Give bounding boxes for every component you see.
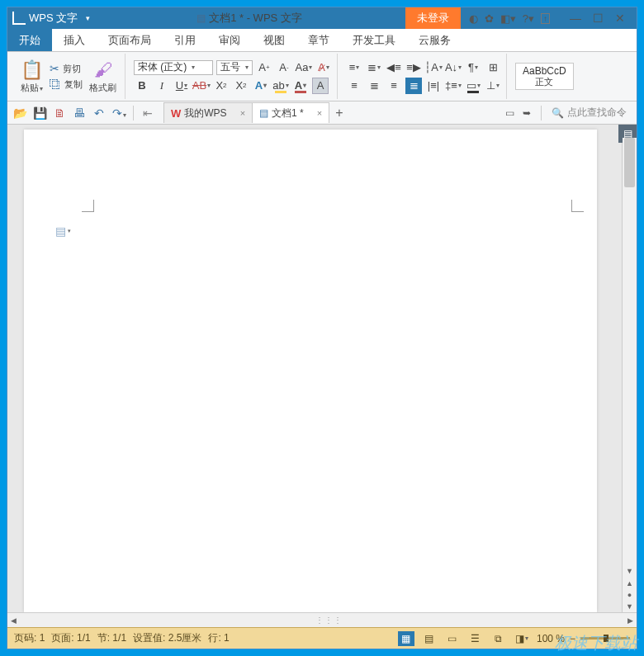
subscript-button[interactable]: X2 [233, 78, 249, 94]
borders-button[interactable]: ⊞ [485, 59, 501, 76]
document-page[interactable]: ▤▾ [24, 130, 597, 612]
sync-icon[interactable]: ◐ [469, 12, 478, 25]
change-case-button[interactable]: Aa▾ [296, 59, 312, 76]
tab-chapter[interactable]: 章节 [296, 29, 341, 51]
scroll-right-icon[interactable]: ▶ [624, 616, 637, 625]
ribbon: 📋 粘贴▾ ✂ 剪切 ⿻ 复制 🖌 格式刷 [7, 52, 637, 101]
tab-page-layout[interactable]: 页面布局 [97, 29, 163, 51]
status-position[interactable]: 设置值: 2.5厘米 [133, 631, 201, 645]
view-print-layout-icon[interactable]: ▦ [398, 631, 414, 646]
horizontal-scrollbar[interactable]: ◀ ⋮⋮⋮ ▶ [7, 612, 637, 627]
tab-dev-tools[interactable]: 开发工具 [341, 29, 407, 51]
close-tab-icon[interactable]: × [240, 108, 245, 118]
font-color-button[interactable]: A▾ [292, 78, 309, 94]
bold-button[interactable]: B [134, 78, 150, 94]
view-reading-icon[interactable]: ☰ [467, 631, 484, 646]
scroll-down-icon[interactable]: ▼ [626, 564, 633, 578]
tab-references[interactable]: 引用 [163, 29, 207, 51]
maximize-button[interactable]: ☐ [593, 12, 604, 25]
print-icon[interactable]: 🖶 [72, 106, 87, 120]
close-tab-icon[interactable]: × [317, 108, 322, 118]
status-page-number[interactable]: 页码: 1 [14, 631, 45, 645]
next-page-icon[interactable]: ▼ [626, 601, 633, 612]
tab-stops-button[interactable]: ⊥▾ [485, 78, 501, 94]
grow-font-button[interactable]: A+ [256, 59, 272, 76]
browse-object-icon[interactable]: ● [627, 589, 632, 601]
vertical-scrollbar[interactable]: ▲ ▼ ▲ ● ▼ [622, 125, 637, 612]
login-button[interactable]: 未登录 [405, 7, 461, 29]
highlight-button[interactable]: ab▾ [272, 78, 289, 94]
minimize-button[interactable]: — [570, 12, 581, 25]
sort-button[interactable]: A↓▾ [445, 59, 462, 76]
char-shading-button[interactable]: A [312, 78, 329, 94]
open-icon[interactable]: 📂 [12, 106, 27, 120]
app-menu-dropdown[interactable]: ▾ [83, 12, 93, 24]
number-list-button[interactable]: ≣▾ [366, 59, 382, 76]
print-preview-icon[interactable]: 🗎 [52, 106, 67, 120]
distribute-button[interactable]: |≡| [425, 78, 442, 94]
hscroll-handle[interactable]: ⋮⋮⋮ [315, 616, 343, 625]
clear-format-button[interactable]: A̷▾ [315, 59, 332, 76]
undo-icon[interactable]: ↶ [92, 106, 107, 120]
justify-button[interactable]: ≣ [405, 78, 422, 94]
paste-button[interactable]: 📋 粘贴▾ [17, 58, 46, 96]
zoom-label[interactable]: 100 % [537, 633, 565, 644]
tab-review[interactable]: 审阅 [207, 29, 252, 51]
format-painter-button[interactable]: 🖌 格式刷 [86, 58, 120, 96]
font-family-select[interactable]: 宋体 (正文)▾ [134, 60, 213, 75]
line-spacing-button[interactable]: ‡≡▾ [445, 78, 462, 94]
zoom-out-icon[interactable]: − [570, 633, 575, 644]
text-direction-button[interactable]: ┆A▾ [425, 59, 442, 76]
view-web-icon[interactable]: ▭ [444, 631, 461, 646]
status-line[interactable]: 行: 1 [208, 631, 229, 645]
bullet-list-button[interactable]: ≡▾ [346, 59, 362, 76]
style-normal[interactable]: AaBbCcD 正文 [515, 63, 574, 91]
command-search[interactable]: 🔍 点此查找命令 [552, 106, 627, 120]
cloud-icon[interactable]: ✿ [485, 12, 494, 25]
tab-my-wps[interactable]: W 我的WPS × [163, 102, 253, 123]
shading-button[interactable]: ▭▾ [465, 78, 481, 94]
italic-button[interactable]: I [154, 78, 170, 94]
tab-document-1[interactable]: ▤ 文档1 * × [252, 102, 329, 123]
strikethrough-button[interactable]: AB▾ [193, 78, 210, 94]
text-effects-button[interactable]: A▾ [253, 78, 269, 94]
new-tab-button[interactable]: + [329, 101, 349, 124]
copy-button[interactable]: ⿻ 复制 [50, 78, 83, 91]
view-outline-icon[interactable]: ▤ [421, 631, 438, 646]
tab-view[interactable]: 视图 [252, 29, 296, 51]
align-right-button[interactable]: ≡ [386, 78, 402, 94]
underline-button[interactable]: U▾ [173, 78, 190, 94]
tab-home[interactable]: 开始 [7, 29, 52, 51]
superscript-button[interactable]: X2 [213, 78, 230, 94]
tab-cloud[interactable]: 云服务 [407, 29, 462, 51]
zoom-slider[interactable] [580, 637, 630, 639]
tab-insert[interactable]: 插入 [52, 29, 97, 51]
status-page[interactable]: 页面: 1/1 [51, 631, 90, 645]
upload-icon[interactable]: ↑ [541, 13, 550, 24]
increase-indent-button[interactable]: ≡▶ [405, 59, 422, 76]
zoom-control[interactable]: 100 % − [537, 633, 630, 644]
scroll-left-icon[interactable]: ◀ [7, 616, 20, 625]
font-size-select[interactable]: 五号▾ [216, 60, 253, 75]
paragraph-options-icon[interactable]: ▤▾ [55, 224, 71, 238]
screen-icon[interactable]: ▭ [505, 107, 514, 119]
view-draft-icon[interactable]: ◨▾ [514, 631, 530, 646]
redo-icon[interactable]: ↷▾ [111, 106, 126, 120]
align-left-button[interactable]: ≡ [346, 78, 362, 94]
arrow-right-icon[interactable]: ➥ [523, 107, 531, 119]
view-fullscreen-icon[interactable]: ⧉ [490, 631, 507, 646]
show-marks-button[interactable]: ¶▾ [465, 59, 481, 76]
save-icon[interactable]: 💾 [32, 106, 47, 120]
cut-button[interactable]: ✂ 剪切 [50, 62, 83, 75]
decrease-indent-button[interactable]: ◀≡ [386, 59, 402, 76]
document-area: ▤ ▤▾ ▲ ▼ ▲ ● ▼ [7, 125, 637, 612]
prev-page-icon[interactable]: ▲ [626, 578, 633, 589]
customize-qat-icon[interactable]: ⇤ [140, 106, 155, 120]
close-button[interactable]: ✕ [615, 12, 625, 25]
skin-icon[interactable]: ◧▾ [500, 12, 516, 25]
status-section[interactable]: 节: 1/1 [97, 631, 126, 645]
shrink-font-button[interactable]: A- [276, 59, 292, 76]
align-center-button[interactable]: ≣ [366, 78, 382, 94]
scroll-thumb[interactable] [624, 138, 635, 187]
help-icon[interactable]: ?▾ [523, 12, 534, 25]
